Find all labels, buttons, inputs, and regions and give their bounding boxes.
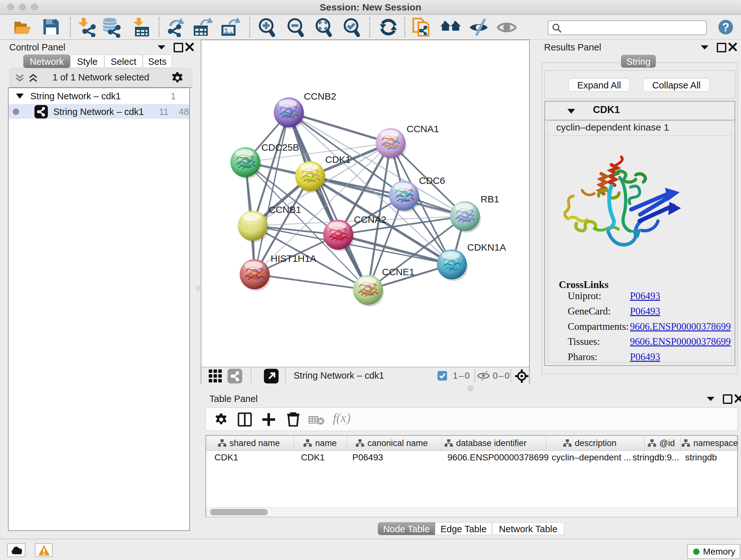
svg-text:CDC6: CDC6: [419, 175, 445, 186]
svg-text:CDC25B: CDC25B: [261, 142, 299, 152]
svg-text:HIST1H1A: HIST1H1A: [271, 253, 316, 264]
svg-text:CCNB1: CCNB1: [269, 204, 301, 215]
svg-text:CDK1: CDK1: [325, 154, 351, 165]
svg-text:CCNE1: CCNE1: [382, 266, 414, 277]
svg-text:CCNA1: CCNA1: [407, 124, 439, 134]
svg-text:CCNA2: CCNA2: [354, 214, 387, 225]
svg-text:CDKN1A: CDKN1A: [467, 242, 506, 253]
svg-text:CCNB2: CCNB2: [304, 91, 336, 102]
svg-text:?: ?: [722, 21, 730, 34]
svg-text:RB1: RB1: [481, 194, 499, 204]
